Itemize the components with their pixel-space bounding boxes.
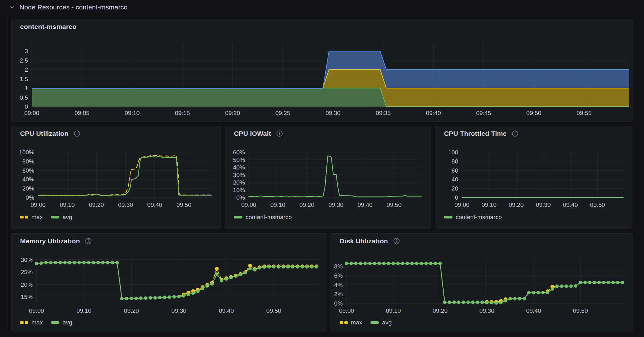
svg-text:09:30: 09:30 xyxy=(479,307,494,314)
svg-text:30%: 30% xyxy=(233,172,245,178)
legend-item-max[interactable]: max xyxy=(20,214,43,221)
legend-item-avg[interactable]: avg xyxy=(51,214,72,221)
svg-text:09:30: 09:30 xyxy=(329,202,344,208)
dashboard-row-header[interactable]: Node Resources - content-msmarco xyxy=(9,3,128,12)
svg-text:09:20: 09:20 xyxy=(124,307,139,314)
legend: content-msmarco xyxy=(444,214,502,221)
svg-text:20%: 20% xyxy=(22,185,34,192)
legend-item-content-msmarco[interactable]: content-msmarco xyxy=(444,214,502,221)
legend: content-msmarco xyxy=(234,214,292,221)
svg-text:0%: 0% xyxy=(236,194,245,201)
legend: maxavg xyxy=(20,214,72,221)
panel-title: CPU IOWait xyxy=(234,130,271,137)
svg-text:09:35: 09:35 xyxy=(376,110,391,116)
legend-item-max[interactable]: max xyxy=(340,319,362,326)
svg-text:09:10: 09:10 xyxy=(270,202,286,208)
dashed-line-swatch xyxy=(340,321,348,324)
cpu-utilization-chart[interactable]: 09:0009:1009:2009:3009:4009:500%20%40%60… xyxy=(11,126,220,228)
row-title: Node Resources - content-msmarco xyxy=(19,3,128,11)
svg-text:40: 40 xyxy=(452,176,458,183)
svg-text:6%: 6% xyxy=(334,272,343,279)
svg-text:60%: 60% xyxy=(233,149,245,156)
svg-text:1.5: 1.5 xyxy=(20,76,28,82)
svg-text:2%: 2% xyxy=(334,291,343,297)
svg-text:09:40: 09:40 xyxy=(426,110,441,116)
legend-label: content-msmarco xyxy=(246,214,292,221)
dashboard: Node Resources - content-msmarco content… xyxy=(0,0,644,337)
svg-text:100: 100 xyxy=(448,149,458,156)
svg-text:20: 20 xyxy=(452,185,458,192)
legend-item-max[interactable]: max xyxy=(20,319,43,326)
info-icon[interactable] xyxy=(512,130,519,137)
solid-line-swatch xyxy=(51,216,59,218)
panel-disk-utilization: Disk Utilization 09:0009:1009:2009:3009:… xyxy=(330,233,633,331)
svg-text:09:45: 09:45 xyxy=(476,110,491,116)
svg-text:09:25: 09:25 xyxy=(275,110,291,116)
node-resources-chart[interactable]: 09:0009:0509:1009:1509:2009:2509:3009:35… xyxy=(11,19,632,122)
svg-text:09:00: 09:00 xyxy=(454,202,469,208)
panel-title: CPU Utilization xyxy=(20,130,69,137)
svg-text:100%: 100% xyxy=(19,149,34,156)
legend-item-content-msmarco[interactable]: content-msmarco xyxy=(234,214,292,221)
dashed-line-swatch xyxy=(20,216,28,218)
legend-label: max xyxy=(351,319,362,326)
panel-header[interactable]: Memory Utilization xyxy=(20,237,92,245)
svg-text:0%: 0% xyxy=(334,300,343,307)
legend-item-avg[interactable]: avg xyxy=(370,319,392,326)
svg-text:80: 80 xyxy=(452,158,458,165)
svg-text:60%: 60% xyxy=(22,167,34,174)
svg-text:8%: 8% xyxy=(334,263,343,270)
legend-item-avg[interactable]: avg xyxy=(51,319,72,326)
panel-header[interactable]: content-msmarco xyxy=(20,23,76,30)
info-icon[interactable] xyxy=(276,130,283,137)
svg-text:09:30: 09:30 xyxy=(118,202,133,208)
svg-text:30%: 30% xyxy=(21,257,33,263)
solid-line-swatch xyxy=(51,321,59,324)
svg-text:20%: 20% xyxy=(21,281,33,288)
cpu-throttled-time-chart[interactable]: 09:0009:1009:2009:3009:4009:500204060801… xyxy=(435,126,632,228)
svg-text:09:40: 09:40 xyxy=(219,307,234,314)
svg-text:0.5: 0.5 xyxy=(20,94,28,101)
svg-text:09:05: 09:05 xyxy=(75,110,90,116)
panel-header[interactable]: CPU Throttled Time xyxy=(444,130,519,137)
panel-header[interactable]: CPU Utilization xyxy=(20,130,80,137)
disk-utilization-chart[interactable]: 09:0009:1009:2009:3009:4009:500%2%4%6%8% xyxy=(331,234,632,331)
svg-text:09:20: 09:20 xyxy=(89,202,104,208)
svg-text:09:40: 09:40 xyxy=(358,202,373,208)
panel-cpu-iowait: CPU IOWait 09:0009:1009:2009:3009:4009:5… xyxy=(225,126,431,229)
svg-text:09:15: 09:15 xyxy=(175,110,190,116)
svg-text:15%: 15% xyxy=(21,294,33,300)
panel-header[interactable]: CPU IOWait xyxy=(234,130,283,137)
svg-text:09:00: 09:00 xyxy=(339,307,354,314)
panel-title: Disk Utilization xyxy=(340,237,388,245)
memory-utilization-chart[interactable]: 09:0009:1009:2009:3009:4009:5015%20%25%3… xyxy=(11,234,326,331)
cpu-iowait-chart[interactable]: 09:0009:1009:2009:3009:4009:500%10%20%30… xyxy=(225,126,430,228)
svg-text:2: 2 xyxy=(25,66,28,73)
panel-content-msmarco: content-msmarco 09:0009:0509:1009:1509:2… xyxy=(11,19,633,122)
svg-text:40%: 40% xyxy=(233,164,245,171)
svg-text:0: 0 xyxy=(455,194,458,201)
svg-text:10%: 10% xyxy=(233,187,245,193)
solid-line-swatch xyxy=(234,216,242,218)
row-indent-guide xyxy=(8,14,8,331)
info-icon[interactable] xyxy=(74,130,80,137)
svg-text:09:40: 09:40 xyxy=(563,202,578,208)
solid-line-swatch xyxy=(370,321,379,324)
svg-text:09:40: 09:40 xyxy=(526,307,541,314)
svg-text:09:10: 09:10 xyxy=(76,307,92,314)
dashed-line-swatch xyxy=(20,321,28,324)
svg-text:09:10: 09:10 xyxy=(60,202,75,208)
info-icon[interactable] xyxy=(393,238,400,245)
svg-text:09:20: 09:20 xyxy=(433,307,448,314)
svg-text:09:55: 09:55 xyxy=(577,110,592,116)
svg-text:09:20: 09:20 xyxy=(225,110,240,116)
svg-text:50%: 50% xyxy=(233,157,245,163)
svg-text:09:00: 09:00 xyxy=(24,110,39,116)
panel-title: content-msmarco xyxy=(20,23,76,30)
svg-text:0%: 0% xyxy=(26,194,35,201)
info-icon[interactable] xyxy=(85,238,92,245)
svg-text:1: 1 xyxy=(25,85,28,91)
panel-header[interactable]: Disk Utilization xyxy=(340,237,400,245)
svg-text:09:50: 09:50 xyxy=(266,307,281,314)
svg-text:09:20: 09:20 xyxy=(509,202,524,208)
